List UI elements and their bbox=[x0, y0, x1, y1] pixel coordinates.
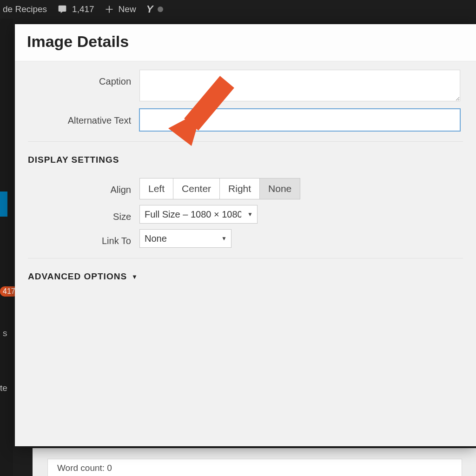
chevron-down-icon: ▼ bbox=[132, 273, 138, 280]
align-center-button[interactable]: Center bbox=[173, 178, 220, 199]
caption-textarea[interactable] bbox=[139, 70, 460, 101]
modal-title: Image Details bbox=[27, 33, 464, 51]
comment-count: 1,417 bbox=[72, 4, 94, 14]
new-item[interactable]: New bbox=[105, 4, 136, 14]
section-divider bbox=[28, 141, 463, 142]
yoast-icon: Y bbox=[146, 3, 153, 15]
linkto-label: Link To bbox=[28, 229, 139, 246]
align-right-button[interactable]: Right bbox=[219, 178, 260, 199]
alt-text-label: Alternative Text bbox=[28, 109, 139, 126]
alt-text-input[interactable] bbox=[139, 109, 460, 131]
word-count-bar: Word count: 0 bbox=[47, 459, 462, 476]
align-none-button[interactable]: None bbox=[259, 178, 300, 199]
word-count-text: Word count: 0 bbox=[57, 463, 112, 473]
display-settings-heading: DISPLAY SETTINGS bbox=[28, 155, 463, 165]
caption-label: Caption bbox=[28, 70, 139, 87]
advanced-options-toggle[interactable]: ADVANCED OPTIONS ▼ bbox=[28, 271, 463, 282]
linkto-select[interactable]: None bbox=[139, 229, 231, 248]
modal-header: Image Details bbox=[15, 24, 476, 61]
admin-toolbar: de Recipes 1,417 New Y bbox=[0, 0, 476, 19]
comments-item[interactable]: 1,417 bbox=[57, 4, 94, 14]
yoast-item[interactable]: Y bbox=[146, 3, 164, 15]
sidebar-text-fragment-s: s bbox=[3, 328, 7, 338]
advanced-options-label: ADVANCED OPTIONS bbox=[28, 271, 127, 282]
section-divider bbox=[28, 258, 463, 258]
admin-sidebar-fragment: 417 s te bbox=[0, 19, 13, 476]
active-menu-indicator bbox=[0, 192, 7, 217]
comment-icon bbox=[57, 5, 67, 14]
sidebar-text-fragment-te: te bbox=[0, 383, 7, 393]
plus-icon bbox=[105, 5, 114, 14]
align-left-button[interactable]: Left bbox=[139, 178, 173, 199]
align-button-group: Left Center Right None bbox=[139, 178, 463, 199]
align-label: Align bbox=[28, 178, 139, 195]
size-label: Size bbox=[28, 205, 139, 222]
size-select[interactable]: Full Size – 1080 × 1080 bbox=[139, 205, 258, 224]
new-label: New bbox=[119, 4, 136, 14]
image-details-modal: Image Details Caption Alternative Text D… bbox=[15, 24, 476, 446]
yoast-status-dot-icon bbox=[158, 7, 163, 12]
site-name-fragment[interactable]: de Recipes bbox=[3, 4, 47, 14]
